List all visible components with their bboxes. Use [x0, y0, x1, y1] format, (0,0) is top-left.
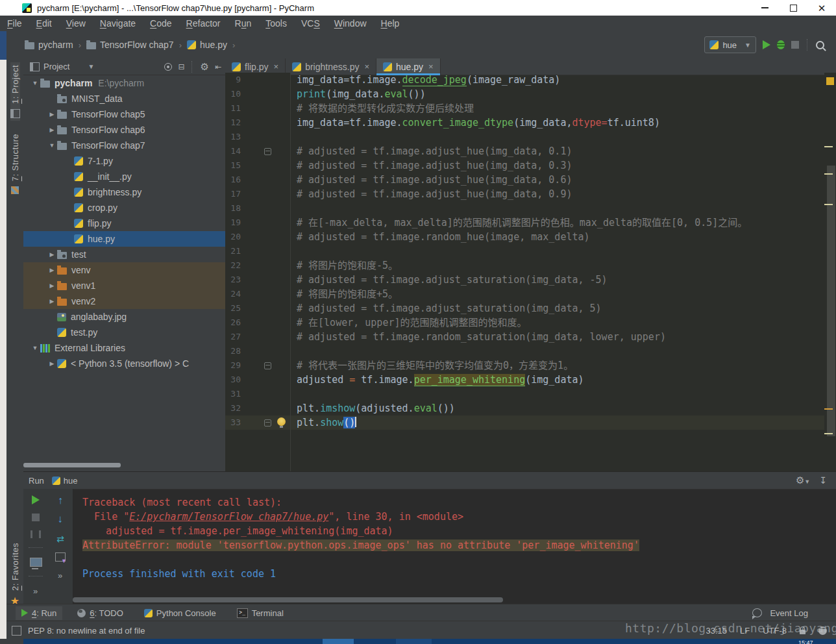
- rerun-button[interactable]: [32, 495, 40, 504]
- expand-toggle-icon[interactable]: ▼: [47, 142, 57, 149]
- toolwindow-button-python-console[interactable]: Python Console: [138, 606, 222, 620]
- gear-icon[interactable]: ⚙: [200, 61, 208, 73]
- error-stripe[interactable]: [824, 73, 836, 471]
- stripe-button-1-project[interactable]: 1: Project: [10, 62, 20, 121]
- soft-wrap-icon[interactable]: ⇄: [56, 534, 64, 543]
- gear-icon[interactable]: ⚙▼: [796, 475, 810, 486]
- expand-toggle-icon[interactable]: ▼: [30, 80, 40, 86]
- tree-item-anglababy-jpg[interactable]: anglababy.jpg: [23, 309, 225, 325]
- tree-item-venv1[interactable]: ▶venv1: [23, 278, 225, 293]
- line-separator-widget[interactable]: LF: [740, 626, 750, 636]
- code-line-18[interactable]: [291, 201, 824, 216]
- debug-button[interactable]: [777, 40, 785, 49]
- tree-item-pycharm[interactable]: ▼pycharmE:\pycharm: [23, 75, 225, 91]
- more-actions-chevron[interactable]: »: [58, 571, 63, 580]
- expand-toggle-icon[interactable]: ▶: [47, 282, 57, 289]
- collapse-all-icon[interactable]: ⊟: [178, 62, 184, 71]
- code-line-15[interactable]: # adjusted = tf.image.adjust_hue(img_dat…: [291, 158, 824, 173]
- code-line-13[interactable]: [291, 130, 824, 144]
- tree-item-test-py[interactable]: test.py: [23, 325, 225, 340]
- line-number[interactable]: 25: [225, 301, 241, 316]
- line-number[interactable]: 22: [225, 258, 241, 273]
- menu-navigate[interactable]: Navigate: [93, 17, 143, 30]
- code-line-17[interactable]: # adjusted = tf.image.adjust_hue(img_dat…: [291, 187, 824, 201]
- stop-button[interactable]: [32, 514, 40, 521]
- expand-toggle-icon[interactable]: ▼: [30, 345, 40, 351]
- expand-toggle-icon[interactable]: ▶: [47, 127, 57, 133]
- line-number[interactable]: 33: [225, 415, 241, 430]
- code-line-31[interactable]: [291, 387, 824, 401]
- hide-panel-icon[interactable]: ↧: [819, 475, 827, 486]
- chevron-down-icon[interactable]: ▼: [88, 63, 94, 70]
- breadcrumb-item[interactable]: TensorFlow chap7: [86, 40, 174, 50]
- stripe-button-2-favorites[interactable]: 2: Favorites★: [10, 540, 20, 609]
- tree-item-__init__-py[interactable]: __init__.py: [23, 169, 225, 184]
- inspection-square-icon[interactable]: [12, 626, 21, 636]
- code-line-26[interactable]: # 在[lower, upper]的范围随机调整图的饱和度。: [291, 316, 824, 330]
- expand-toggle-icon[interactable]: ▶: [47, 298, 57, 304]
- line-number[interactable]: 26: [225, 316, 241, 330]
- lock-icon[interactable]: [800, 630, 805, 634]
- code-line-22[interactable]: # 将图片的饱和度-5。: [291, 258, 824, 273]
- tree-item-brightness-py[interactable]: brightness.py: [23, 184, 225, 200]
- code-line-14[interactable]: # adjusted = tf.image.adjust_hue(img_dat…: [291, 144, 824, 158]
- hide-panel-icon[interactable]: ⇤: [215, 62, 221, 71]
- show-command-line-icon[interactable]: [30, 558, 42, 567]
- stripe-button-7-structure[interactable]: 7: Structure: [10, 131, 20, 197]
- line-number[interactable]: 30: [225, 373, 241, 387]
- close-icon[interactable]: ×: [274, 62, 279, 71]
- code-line-33[interactable]: plt.show(): [291, 415, 824, 430]
- code-line-10[interactable]: print(img_data.eval()): [291, 87, 824, 101]
- code-line-11[interactable]: # 将数据的类型转化成实数方便后续处理: [291, 101, 824, 116]
- line-number[interactable]: 14: [225, 144, 241, 158]
- fold-icon[interactable]: [264, 419, 271, 427]
- code-line-23[interactable]: # adjusted = tf.image.adjust_saturation(…: [291, 273, 824, 287]
- line-number[interactable]: 27: [225, 330, 241, 344]
- line-number[interactable]: 24: [225, 287, 241, 301]
- tree-item-tensorflow-chap7[interactable]: ▼TensorFlow chap7: [23, 138, 225, 153]
- line-number[interactable]: 31: [225, 387, 241, 401]
- tree-item-flip-py[interactable]: flip.py: [23, 216, 225, 231]
- menu-run[interactable]: Run: [228, 17, 259, 30]
- menu-code[interactable]: Code: [143, 17, 178, 30]
- expand-toggle-icon[interactable]: ▶: [47, 251, 57, 258]
- locate-file-icon[interactable]: [164, 63, 172, 71]
- line-number[interactable]: 9: [225, 73, 241, 87]
- editor-vertical-scrollbar[interactable]: [827, 166, 835, 436]
- console-horizontal-scrollbar[interactable]: [73, 597, 503, 602]
- menu-file[interactable]: File: [0, 17, 29, 30]
- close-icon[interactable]: ×: [364, 62, 369, 71]
- tree-item-crop-py[interactable]: crop.py: [23, 200, 225, 216]
- run-panel-tab-label[interactable]: Run: [29, 476, 44, 486]
- menu-refactor[interactable]: Refactor: [179, 17, 228, 30]
- warning-stripe-mark[interactable]: [824, 173, 833, 175]
- code-line-28[interactable]: [291, 344, 824, 358]
- tree-item-mnist_data[interactable]: MNIST_data: [23, 91, 225, 106]
- maximize-button[interactable]: [779, 0, 807, 16]
- tree-item-venv2[interactable]: ▶venv2: [23, 293, 225, 309]
- code-area[interactable]: img_data=tf.image.decode_jpeg(image_raw_…: [291, 73, 824, 471]
- tree-item-hue-py[interactable]: hue.py: [23, 231, 225, 247]
- tree-item--python-3-5-tensorflow-c[interactable]: ▶< Python 3.5 (tensorflow) > C: [23, 356, 225, 371]
- menu-edit[interactable]: Edit: [29, 17, 59, 30]
- line-number[interactable]: 10: [225, 87, 241, 101]
- breadcrumb-item[interactable]: hue.py: [187, 40, 227, 50]
- more-actions-chevron[interactable]: »: [33, 586, 38, 596]
- encoding-widget[interactable]: UTF-8: [763, 626, 787, 636]
- tree-item-test[interactable]: ▶test: [23, 247, 225, 262]
- menu-vcs[interactable]: VCS: [294, 17, 327, 30]
- line-number[interactable]: 12: [225, 116, 241, 130]
- line-number[interactable]: 19: [225, 216, 241, 230]
- line-number[interactable]: 23: [225, 273, 241, 287]
- code-line-16[interactable]: # adjusted = tf.image.adjust_hue(img_dat…: [291, 173, 824, 187]
- line-number[interactable]: 18: [225, 201, 241, 216]
- console-output[interactable]: Traceback (most recent call last): File …: [73, 489, 836, 597]
- project-horizontal-scrollbar[interactable]: [23, 463, 121, 467]
- expand-toggle-icon[interactable]: ▶: [47, 111, 57, 118]
- warning-stripe-mark[interactable]: [824, 408, 833, 410]
- expand-toggle-icon[interactable]: ▶: [47, 360, 57, 367]
- fold-icon[interactable]: [264, 362, 271, 369]
- tree-item-tensorflow-chap6[interactable]: ▶TensorFlow chap6: [23, 122, 225, 138]
- tree-item-venv[interactable]: ▶venv: [23, 262, 225, 278]
- close-icon[interactable]: ×: [428, 62, 434, 71]
